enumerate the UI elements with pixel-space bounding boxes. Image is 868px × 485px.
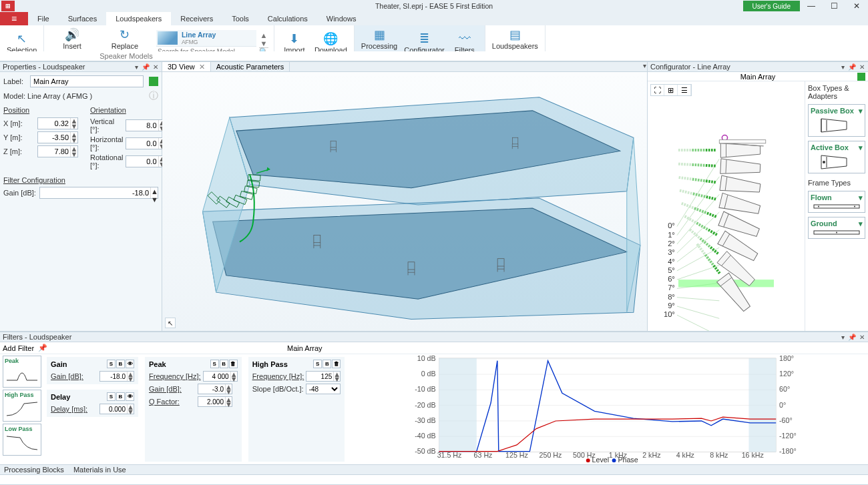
svg-text:8 kHz: 8 kHz <box>710 451 728 459</box>
download-icon: 🌐 <box>323 31 338 46</box>
processing-blocks-button[interactable]: ▦Processing Blocks <box>359 26 400 59</box>
hamburger-button[interactable]: ≡ <box>0 12 28 25</box>
svg-text:0°: 0° <box>668 222 675 230</box>
hp-slope-select[interactable]: -48 <box>306 384 341 394</box>
tool-grid-icon[interactable]: ⊞ <box>664 85 678 95</box>
dropdown-icon[interactable]: ▾ <box>841 334 845 341</box>
svg-rect-88 <box>708 164 710 167</box>
insert-loudspeaker-button[interactable]: 🔊Insert Loudspeaker <box>48 26 96 59</box>
svg-rect-138 <box>714 215 717 218</box>
close-button[interactable]: ✕ <box>845 1 868 11</box>
z-input[interactable] <box>38 146 70 157</box>
gain-input[interactable] <box>40 187 150 198</box>
peak-freq-input[interactable] <box>204 372 230 381</box>
svg-text:7°: 7° <box>668 284 675 292</box>
menu-receivers[interactable]: Receivers <box>171 12 222 25</box>
svg-rect-87 <box>706 164 708 167</box>
menu-loudspeakers[interactable]: Loudspeakers <box>106 12 171 25</box>
menu-surfaces[interactable]: Surfaces <box>59 12 106 25</box>
filter-chart[interactable]: 10 dB0 dB-10 dB-20 dB-30 dB-40 dB-50 dB … <box>347 354 868 464</box>
filter-delay-input[interactable] <box>100 404 127 414</box>
add-filter-button[interactable]: Add Filter <box>3 344 34 352</box>
maximize-button[interactable]: ☐ <box>823 1 845 11</box>
label-input[interactable] <box>30 75 144 87</box>
y-input[interactable] <box>38 132 70 143</box>
info-icon[interactable]: ⓘ <box>149 90 158 102</box>
rotational-input[interactable] <box>126 156 158 167</box>
svg-text:2°: 2° <box>668 239 675 248</box>
status-processing-blocks[interactable]: Processing Blocks <box>4 466 64 474</box>
replace-speaker-button[interactable]: ↻Replace Speaker Model <box>97 26 152 59</box>
dropdown-icon[interactable]: ▾ <box>134 63 139 71</box>
filters-button[interactable]: 〰Filters <box>449 30 481 55</box>
close-icon[interactable]: ✕ <box>199 63 205 71</box>
peak-gain-input[interactable] <box>198 384 225 394</box>
svg-rect-120 <box>708 196 710 199</box>
titlebar: ⊞ Theater, SI.eprj - EASE 5 First Editio… <box>0 0 868 12</box>
svg-line-55 <box>677 306 719 318</box>
close-icon[interactable]: ✕ <box>859 334 865 341</box>
color-swatch[interactable] <box>857 73 865 81</box>
menu-calculations[interactable]: Calculations <box>258 12 317 25</box>
configurator-button[interactable]: ≣Configurator <box>401 30 447 55</box>
svg-rect-105 <box>711 180 713 183</box>
close-icon[interactable]: ✕ <box>152 63 159 71</box>
3d-viewport[interactable]: ↖ <box>162 72 647 331</box>
flown-frame-button[interactable]: Flown▾ <box>808 191 865 213</box>
menu-file[interactable]: File <box>28 12 59 25</box>
search-speaker-input[interactable] <box>156 46 256 56</box>
svg-text:120°: 120° <box>779 370 794 378</box>
bypass-button[interactable]: B <box>116 360 125 368</box>
array-diagram[interactable]: ⛶ ⊞ ☰ 0°1°2°3°4°5°6°7°8°9°10° <box>648 81 805 331</box>
users-guide-button[interactable]: User's Guide <box>743 1 801 11</box>
minimize-button[interactable]: — <box>800 1 823 11</box>
svg-text:3°: 3° <box>668 248 675 256</box>
svg-rect-147 <box>698 223 701 227</box>
loudspeakers-table-button[interactable]: ▤Loudspeakers Table <box>489 26 541 59</box>
svg-rect-117 <box>700 194 702 197</box>
dropdown-icon[interactable]: ▾ <box>841 63 845 71</box>
horizontal-input[interactable] <box>126 138 158 149</box>
tab-acoustic-parameters[interactable]: Acoustic Parameters <box>211 62 290 71</box>
close-icon[interactable]: ✕ <box>859 63 865 71</box>
vertical-input[interactable] <box>126 120 158 131</box>
cursor-mode-icon[interactable]: ↖ <box>165 318 176 328</box>
speaker-model-picker[interactable]: Line ArrayAFMG <box>156 30 256 56</box>
pin-icon[interactable]: 📌 <box>38 344 47 352</box>
model-scroll[interactable]: ▲▼🔍 <box>259 31 268 55</box>
center-tabs: 3D View✕ Acoustic Parameters ▾ <box>162 61 647 72</box>
x-input[interactable] <box>38 118 70 129</box>
svg-rect-129 <box>691 206 694 209</box>
center-panel: 3D View✕ Acoustic Parameters ▾ <box>162 61 648 331</box>
svg-rect-114 <box>692 192 694 195</box>
ground-frame-button[interactable]: Ground▾ <box>808 217 865 239</box>
solo-button[interactable]: S <box>107 360 116 368</box>
color-swatch[interactable] <box>149 77 158 86</box>
filter-gain-input[interactable] <box>100 372 127 381</box>
import-button[interactable]: ⬇Import <box>278 30 310 55</box>
download-button[interactable]: 🌐Download <box>312 30 350 55</box>
active-box-button[interactable]: Active Box▾ <box>808 141 865 173</box>
peak-q-input[interactable] <box>198 397 225 406</box>
view-button[interactable]: 👁 <box>126 360 134 368</box>
tab-3d-view[interactable]: 3D View✕ <box>162 62 211 71</box>
pin-icon[interactable]: 📌 <box>847 334 857 341</box>
delete-button[interactable]: 🗑 <box>229 360 238 368</box>
highpass-filter-button[interactable]: High Pass <box>3 390 41 422</box>
menu-tools[interactable]: Tools <box>222 12 258 25</box>
svg-rect-180 <box>708 258 711 262</box>
dropdown-icon[interactable]: ▾ <box>642 62 647 71</box>
hp-freq-input[interactable] <box>306 372 333 381</box>
selection-button[interactable]: ↖Selection <box>4 30 39 55</box>
svg-rect-103 <box>706 179 708 182</box>
status-materials[interactable]: Materials in Use <box>73 466 126 474</box>
svg-rect-167 <box>710 246 713 250</box>
tool-focus-icon[interactable]: ⛶ <box>651 85 664 95</box>
peak-filter-button[interactable]: Peak <box>3 356 41 388</box>
pin-icon[interactable]: 📌 <box>847 63 857 71</box>
tool-list-icon[interactable]: ☰ <box>678 85 691 95</box>
pin-icon[interactable]: 📌 <box>141 63 150 71</box>
passive-box-button[interactable]: Passive Box▾ <box>808 104 865 137</box>
lowpass-filter-button[interactable]: Low Pass <box>3 424 41 456</box>
menu-windows[interactable]: Windows <box>317 12 366 25</box>
